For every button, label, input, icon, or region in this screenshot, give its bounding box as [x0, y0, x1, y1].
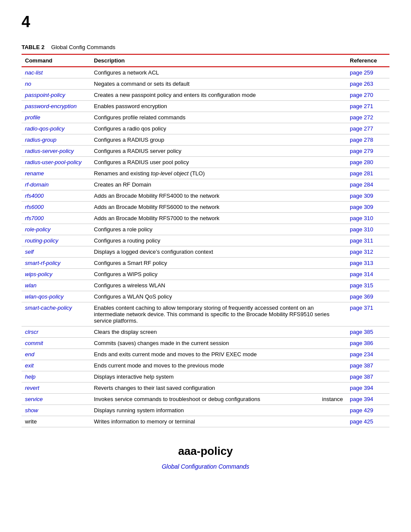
- command-link[interactable]: service: [25, 396, 43, 402]
- page-reference-link[interactable]: page 234: [350, 351, 373, 358]
- page-reference-link[interactable]: page 271: [350, 103, 373, 109]
- page-reference-link[interactable]: page 315: [350, 282, 373, 289]
- table-cell-reference: page 278: [346, 134, 389, 146]
- table-row: rfs6000Adds an Brocade Mobility RFS6000 …: [22, 202, 389, 213]
- command-link[interactable]: password-encryption: [25, 103, 77, 109]
- page-reference-link[interactable]: page 310: [350, 215, 373, 221]
- page-reference-link[interactable]: page 281: [350, 170, 373, 177]
- command-link[interactable]: rfs4000: [25, 193, 44, 199]
- page-reference-link[interactable]: page 284: [350, 181, 373, 188]
- command-link[interactable]: radius-user-pool-policy: [25, 159, 81, 165]
- table-cell-command: role-policy: [22, 224, 90, 235]
- page-reference-link[interactable]: page 387: [350, 373, 373, 380]
- page-reference-link[interactable]: page 385: [350, 329, 373, 335]
- table-cell-description: Renames and existing top-level object (T…: [90, 168, 346, 179]
- command-link[interactable]: wlan-qos-policy: [25, 293, 64, 300]
- page-reference-link[interactable]: page 369: [350, 293, 373, 300]
- section-title: aaa-policy: [22, 445, 389, 458]
- page-reference-link[interactable]: page 425: [350, 418, 373, 425]
- page-reference-link[interactable]: page 394: [350, 396, 373, 402]
- table-row: radius-server-policyConfigures a RADIUS …: [22, 146, 389, 157]
- page-reference-link[interactable]: page 387: [350, 362, 373, 369]
- command-link[interactable]: no: [25, 81, 31, 87]
- table-cell-command: radio-qos-policy: [22, 123, 90, 134]
- command-link[interactable]: profile: [25, 114, 40, 121]
- command-link[interactable]: rename: [25, 170, 44, 177]
- page-reference-link[interactable]: page 429: [350, 407, 373, 414]
- col-header-command: Command: [22, 54, 90, 67]
- command-link[interactable]: routing-policy: [25, 237, 58, 244]
- table-header-row: Command Description Reference: [22, 54, 389, 67]
- page-reference-link[interactable]: page 280: [350, 159, 373, 165]
- table-cell-reference: page 371: [346, 302, 389, 327]
- page-reference-link[interactable]: page 259: [350, 69, 373, 76]
- command-link[interactable]: wips-policy: [25, 271, 53, 277]
- page-reference-link[interactable]: page 279: [350, 148, 373, 154]
- table-cell-reference: page 394: [346, 383, 389, 394]
- command-link[interactable]: rfs7000: [25, 215, 44, 221]
- table-cell-reference: page 284: [346, 179, 389, 190]
- table-row: revertReverts changes to their last save…: [22, 383, 389, 394]
- command-link[interactable]: role-policy: [25, 226, 50, 233]
- table-cell-description: Enables content caching to allow tempora…: [90, 302, 346, 327]
- command-link[interactable]: self: [25, 249, 34, 255]
- page-reference-link[interactable]: page 394: [350, 385, 373, 391]
- table-cell-command: rfs6000: [22, 202, 90, 213]
- command-link[interactable]: radio-qos-policy: [25, 125, 65, 132]
- command-link[interactable]: revert: [25, 385, 39, 391]
- table-row: password-encryptionEnables password encr…: [22, 101, 389, 112]
- section-subtitle[interactable]: Global Configuration Commands: [22, 463, 389, 470]
- table-row: radius-groupConfigures a RADIUS grouppag…: [22, 134, 389, 146]
- table-row: renameRenames and existing top-level obj…: [22, 168, 389, 179]
- table-cell-description: Ends and exits current mode and moves to…: [90, 349, 346, 360]
- page-reference-link[interactable]: page 263: [350, 81, 373, 87]
- table-cell-reference: page 281: [346, 168, 389, 179]
- table-cell-description: Configures profile related commands: [90, 112, 346, 123]
- command-link[interactable]: smart-rf-policy: [25, 260, 60, 266]
- table-label: TABLE 2: [22, 44, 44, 50]
- page-reference-link[interactable]: page 309: [350, 193, 373, 199]
- table-row: rfs7000Adds an Brocade Mobility RFS7000 …: [22, 213, 389, 224]
- table-cell-description: Enables password encryption: [90, 101, 346, 112]
- command-link[interactable]: exit: [25, 362, 34, 369]
- page-reference-link[interactable]: page 313: [350, 260, 373, 266]
- command-link[interactable]: radius-server-policy: [25, 148, 74, 154]
- table-row: exitEnds current mode and moves to the p…: [22, 360, 389, 371]
- table-cell-description: Configures a network ACL: [90, 67, 346, 78]
- page-reference-link[interactable]: page 278: [350, 137, 373, 143]
- page-reference-link[interactable]: page 314: [350, 271, 373, 277]
- table-cell-description: Configures a RADIUS user pool policy: [90, 157, 346, 168]
- page-number: 4: [22, 13, 389, 31]
- table-row: wlanConfigures a wireless WLANpage 315: [22, 280, 389, 291]
- page-reference-link[interactable]: page 277: [350, 125, 373, 132]
- command-link[interactable]: rf-domain: [25, 181, 49, 188]
- command-link[interactable]: nac-list: [25, 69, 43, 76]
- page-reference-link[interactable]: page 311: [350, 237, 373, 244]
- table-cell-description: Ends current mode and moves to the previ…: [90, 360, 346, 371]
- page-reference-link[interactable]: page 310: [350, 226, 373, 233]
- command-link[interactable]: passpoint-policy: [25, 92, 65, 98]
- section-subtitle-link[interactable]: Global Configuration Commands: [162, 463, 249, 470]
- command-link[interactable]: smart-cache-policy: [25, 305, 72, 311]
- page-reference-link[interactable]: page 371: [350, 305, 373, 311]
- table-cell-reference: page 315: [346, 280, 389, 291]
- table-cell-command: clrscr: [22, 327, 90, 338]
- table-cell-reference: page 312: [346, 246, 389, 258]
- command-link[interactable]: commit: [25, 340, 43, 346]
- command-link[interactable]: clrscr: [25, 329, 38, 335]
- command-link[interactable]: rfs6000: [25, 204, 44, 210]
- command-link[interactable]: show: [25, 407, 38, 414]
- table-cell-command: help: [22, 371, 90, 383]
- table-cell-description: Negates a command or sets its default: [90, 78, 346, 90]
- command-link[interactable]: help: [25, 373, 36, 380]
- page-reference-link[interactable]: page 272: [350, 114, 373, 121]
- command-link[interactable]: end: [25, 351, 34, 358]
- table-row: writeWrites information to memory or ter…: [22, 416, 389, 427]
- page-reference-link[interactable]: page 270: [350, 92, 373, 98]
- command-link[interactable]: radius-group: [25, 137, 56, 143]
- command-link[interactable]: wlan: [25, 282, 37, 289]
- table-cell-command: commit: [22, 338, 90, 349]
- page-reference-link[interactable]: page 309: [350, 204, 373, 210]
- page-reference-link[interactable]: page 312: [350, 249, 373, 255]
- page-reference-link[interactable]: page 386: [350, 340, 373, 346]
